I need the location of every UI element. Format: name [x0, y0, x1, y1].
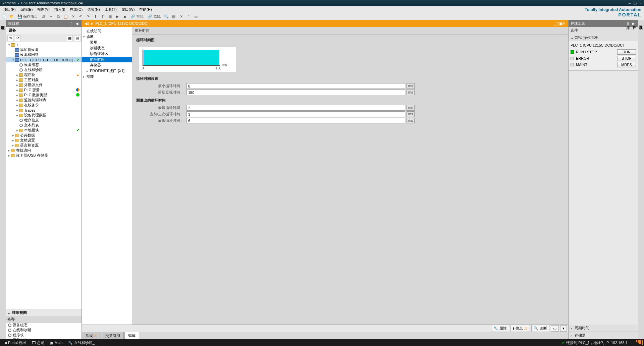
- tree-filter-icon[interactable]: ▤: [74, 35, 80, 41]
- compile-icon[interactable]: ▦: [107, 14, 113, 20]
- split-v-icon[interactable]: ▭: [193, 14, 199, 20]
- breadcrumb-back-icon[interactable]: ◀: [85, 21, 87, 26]
- paste-icon[interactable]: 📋: [63, 14, 69, 20]
- tab-compile[interactable]: 编译: [124, 332, 139, 339]
- tree-item[interactable]: 在线和诊断: [6, 67, 82, 72]
- detail-view-header[interactable]: ⌄详细视图: [6, 309, 82, 316]
- nav-item[interactable]: ▸PROFINET 接口 [X1]: [82, 68, 132, 74]
- tree-item[interactable]: 添加新设备: [6, 47, 82, 52]
- tree-item[interactable]: ▸监控与强制表: [6, 98, 82, 103]
- tree-item[interactable]: ▸设备代理数据: [6, 113, 82, 118]
- tree-item[interactable]: ▾1: [6, 42, 82, 47]
- breadcrumb-item[interactable]: 1: [87, 21, 89, 25]
- tree-nav-back-icon[interactable]: ⟲: [7, 35, 13, 41]
- tab-general[interactable]: 常规 ⚠: [82, 332, 101, 339]
- nav-item[interactable]: ▸功能: [82, 74, 132, 79]
- breadcrumb-item[interactable]: PLC_1 [CPU 1215C DC/DC/DC]: [95, 21, 148, 25]
- diagnostics-button[interactable]: 🔍 诊断: [531, 325, 549, 332]
- save-project-button[interactable]: 💾 保存项目: [16, 14, 39, 19]
- undo-icon[interactable]: ↶: [77, 14, 84, 20]
- tree-item[interactable]: ▸PLC 数据类型: [6, 93, 82, 98]
- close-button[interactable]: ✕: [638, 1, 643, 5]
- menu-item[interactable]: 选项(N): [85, 6, 102, 13]
- tree-item[interactable]: ▸PLC 变量: [6, 88, 82, 93]
- tab-crossref[interactable]: 交叉引用: [102, 332, 124, 339]
- tree-nav-fwd-icon[interactable]: ⟳: [15, 35, 21, 41]
- tree-item[interactable]: ▸外部源文件: [6, 82, 82, 88]
- tree-item[interactable]: 设备和网络: [6, 52, 82, 57]
- menu-item[interactable]: 在线(O): [68, 6, 85, 13]
- menu-item[interactable]: 帮助(H): [137, 6, 154, 13]
- copy-icon[interactable]: ⧉: [55, 14, 61, 20]
- menu-item[interactable]: 编辑(E): [18, 6, 35, 13]
- diagnostics-nav[interactable]: 在线访问▾诊断常规诊断状态诊断缓冲区循环时间存储器▸PROFINET 接口 [X…: [82, 27, 132, 325]
- start-icon[interactable]: ▶: [114, 14, 120, 20]
- info-expand-icon[interactable]: ▭: [551, 325, 559, 332]
- print-icon[interactable]: 🖶: [41, 14, 47, 20]
- split-h-icon[interactable]: ▯: [185, 14, 192, 20]
- tree-item[interactable]: ▸Traces: [6, 108, 82, 113]
- tree-item[interactable]: ▸本地模块✔: [6, 128, 82, 133]
- tree-item[interactable]: ▸语言和资源: [6, 143, 82, 148]
- go-offline-button[interactable]: 🔗 离线: [146, 14, 162, 19]
- detail-item[interactable]: 设备组态: [6, 323, 82, 328]
- menu-item[interactable]: 窗口(W): [119, 6, 137, 13]
- stop-icon[interactable]: ■: [122, 14, 128, 20]
- editor-close-icon[interactable]: ✕: [562, 21, 566, 26]
- go-online-button[interactable]: 🔗 在线: [129, 14, 145, 19]
- overview-button[interactable]: 🗔 总览: [29, 340, 47, 345]
- main-tab[interactable]: ▣ Main: [47, 341, 65, 345]
- nav-item[interactable]: 存储器: [82, 62, 132, 68]
- info-collapse-icon[interactable]: ▾: [560, 325, 567, 332]
- redo-icon[interactable]: ↷: [85, 14, 91, 20]
- nav-item[interactable]: 在线访问: [82, 28, 132, 34]
- tree-item[interactable]: ▸在线备份: [6, 103, 82, 108]
- vtab-tasks[interactable]: 任务: [631, 20, 638, 339]
- nav-item[interactable]: 循环时间: [82, 57, 132, 62]
- new-project-icon[interactable]: 📄: [1, 14, 7, 20]
- cut-icon[interactable]: ✂: [48, 14, 54, 20]
- detail-item[interactable]: 工艺对象: [6, 338, 82, 339]
- min-cycle-input[interactable]: [186, 83, 405, 89]
- left-vertical-tab[interactable]: 在线与诊断: [0, 20, 6, 339]
- tree-item[interactable]: 程序信息: [6, 118, 82, 123]
- tree-item[interactable]: ▸工艺对象: [6, 77, 82, 82]
- portal-view-button[interactable]: ◀ Portal 视图: [1, 340, 29, 345]
- panel-pin-icon[interactable]: ▯: [69, 21, 74, 26]
- menu-item[interactable]: 插入(I): [52, 6, 67, 13]
- tree-item[interactable]: ▸公共数据: [6, 133, 82, 138]
- nav-item[interactable]: ▾诊断: [82, 34, 132, 40]
- vtab-libraries[interactable]: 库: [625, 20, 631, 339]
- tree-item[interactable]: ▾PLC_1 [CPU 1215C DC/DC/DC]✔: [6, 57, 82, 62]
- tree-item[interactable]: 设备组态: [6, 62, 82, 67]
- delete-icon[interactable]: ✕: [70, 14, 76, 20]
- upload-icon[interactable]: ⬆: [100, 14, 106, 20]
- cross-ref-icon[interactable]: ▤: [171, 14, 177, 20]
- tree-view-icon[interactable]: ▦: [67, 35, 73, 41]
- tree-item[interactable]: ▸读卡器/USB 存储器: [6, 153, 82, 158]
- menu-item[interactable]: 视图(V): [35, 6, 52, 13]
- nav-item[interactable]: 诊断状态: [82, 45, 132, 51]
- detail-item[interactable]: 程序块: [6, 333, 82, 338]
- minimize-button[interactable]: –: [627, 1, 632, 5]
- maximize-button[interactable]: ▢: [633, 1, 637, 5]
- panel-collapse-icon[interactable]: ◀: [74, 21, 79, 26]
- open-project-icon[interactable]: 📂: [9, 14, 15, 20]
- vtab-online-tools[interactable]: 在线工具: [638, 20, 644, 339]
- close-window-icon[interactable]: ✕: [178, 14, 184, 20]
- menu-item[interactable]: 项目(P): [1, 6, 18, 13]
- tree-item[interactable]: ▸程序块●: [6, 72, 82, 77]
- tree-item[interactable]: ▸文档设置: [6, 138, 82, 143]
- download-icon[interactable]: ⬇: [92, 14, 98, 20]
- info-button[interactable]: ℹ 信息 ⚠: [511, 325, 530, 332]
- tree-item[interactable]: 文本列表: [6, 123, 82, 128]
- nav-item[interactable]: 诊断缓冲区: [82, 51, 132, 57]
- device-tab[interactable]: 设备: [6, 27, 82, 34]
- detail-item[interactable]: 在线和诊断: [6, 328, 82, 333]
- diag-tab[interactable]: 🔧 在线和诊断_...: [65, 340, 100, 345]
- menu-item[interactable]: 工具(T): [103, 6, 119, 13]
- nav-item[interactable]: 常规: [82, 40, 132, 45]
- editor-max-icon[interactable]: ▣: [559, 21, 562, 26]
- editor-restore-icon[interactable]: ▢: [556, 21, 559, 26]
- tree-item[interactable]: ▸在线访问: [6, 148, 82, 153]
